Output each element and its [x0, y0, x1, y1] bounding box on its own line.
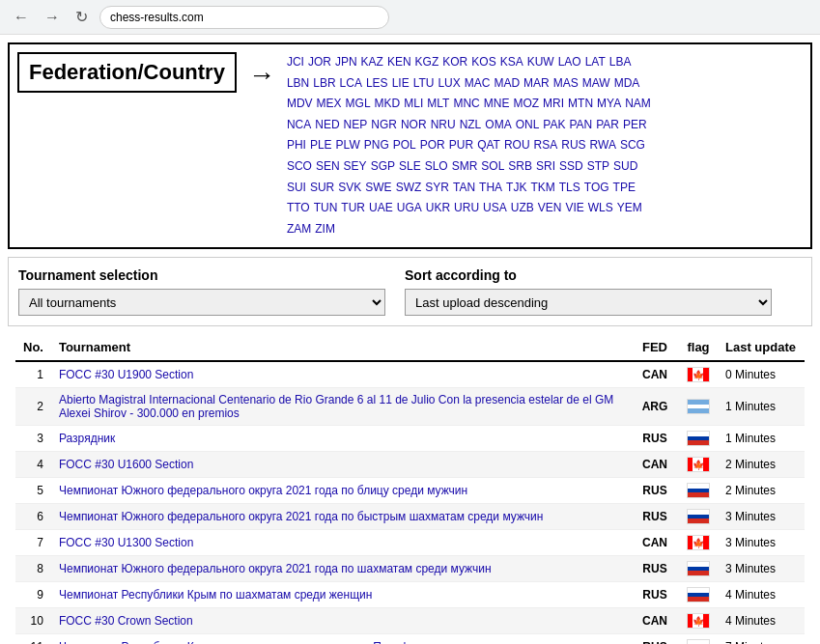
country-link-wls[interactable]: WLS [588, 201, 613, 214]
tournament-link[interactable]: FOCC #30 U1600 Section [59, 458, 193, 471]
tournament-link[interactable]: Чемпионат Южного федерального округа 202… [59, 562, 492, 575]
country-link-mar[interactable]: MAR [523, 76, 550, 90]
country-link-par[interactable]: PAR [596, 118, 619, 131]
country-link-nam[interactable]: NAM [625, 97, 651, 110]
country-link-jor[interactable]: JOR [308, 55, 331, 69]
country-link-png[interactable]: PNG [364, 138, 389, 152]
tournament-selection-select[interactable]: All tournamentsIndividual tournamentsTea… [18, 289, 385, 316]
country-link-smr[interactable]: SMR [452, 159, 478, 173]
tournament-link[interactable]: Чемпионат Республики Крым по шахматам ср… [59, 588, 372, 602]
country-link-mya[interactable]: MYA [597, 97, 621, 110]
country-link-yem[interactable]: YEM [617, 201, 642, 214]
country-link-ken[interactable]: KEN [387, 55, 411, 69]
tournament-link[interactable]: Разрядник [59, 432, 115, 445]
country-link-tpe[interactable]: TPE [613, 181, 636, 194]
country-link-stp[interactable]: STP [587, 159, 609, 173]
country-link-mdv[interactable]: MDV [287, 97, 313, 110]
country-link-sco[interactable]: SCO [287, 159, 312, 173]
country-link-nep[interactable]: NEP [344, 118, 368, 131]
country-link-svk[interactable]: SVK [338, 181, 361, 194]
country-link-sui[interactable]: SUI [287, 181, 306, 194]
country-link-srb[interactable]: SRB [508, 159, 532, 173]
country-link-pol[interactable]: POL [393, 138, 416, 152]
country-link-tjk[interactable]: TJK [506, 181, 526, 194]
country-link-kos[interactable]: KOS [471, 55, 495, 69]
country-link-phi[interactable]: PHI [287, 138, 306, 152]
country-link-lat[interactable]: LAT [585, 55, 606, 69]
country-link-syr[interactable]: SYR [425, 181, 449, 194]
country-link-mkd[interactable]: MKD [375, 97, 401, 110]
country-link-kaz[interactable]: KAZ [361, 55, 383, 69]
tournament-link[interactable]: Чемпионат Южного федерального округа 202… [59, 484, 467, 497]
country-link-sol[interactable]: SOL [481, 159, 504, 173]
country-link-pak[interactable]: PAK [543, 118, 565, 131]
address-bar[interactable] [99, 6, 389, 29]
country-link-sud[interactable]: SUD [613, 159, 637, 173]
tournament-link[interactable]: Чемпионат Республики Крым по шахматам ср… [59, 640, 436, 644]
country-link-mad[interactable]: MAD [494, 76, 520, 90]
country-link-jpn[interactable]: JPN [335, 55, 357, 69]
country-link-slo[interactable]: SLO [425, 159, 448, 173]
country-link-maw[interactable]: MAW [582, 76, 610, 90]
country-link-sey[interactable]: SEY [344, 159, 367, 173]
country-link-rus[interactable]: RUS [561, 138, 585, 152]
country-link-lbn[interactable]: LBN [287, 76, 309, 90]
country-link-tto[interactable]: TTO [287, 201, 310, 214]
back-button[interactable]: ← [10, 7, 33, 28]
refresh-button[interactable]: ↻ [71, 6, 92, 28]
country-link-mda[interactable]: MDA [614, 76, 640, 90]
country-link-tur[interactable]: TUR [341, 201, 365, 214]
country-link-tkm[interactable]: TKM [530, 181, 554, 194]
country-link-ltu[interactable]: LTU [413, 76, 435, 90]
country-link-swe[interactable]: SWE [365, 181, 391, 194]
country-link-sur[interactable]: SUR [310, 181, 334, 194]
country-link-kgz[interactable]: KGZ [415, 55, 439, 69]
forward-button[interactable]: → [41, 7, 64, 28]
country-link-mri[interactable]: MRI [543, 97, 564, 110]
country-link-lba[interactable]: LBA [609, 55, 632, 69]
tournament-link[interactable]: FOCC #30 U1300 Section [59, 536, 193, 549]
country-link-sri[interactable]: SRI [536, 159, 555, 173]
country-link-usa[interactable]: USA [483, 201, 507, 214]
country-link-mex[interactable]: MEX [317, 97, 342, 110]
country-link-mlt[interactable]: MLT [427, 97, 449, 110]
country-link-tog[interactable]: TOG [584, 181, 609, 194]
country-link-lbr[interactable]: LBR [313, 76, 335, 90]
country-link-tls[interactable]: TLS [559, 181, 580, 194]
country-link-les[interactable]: LES [366, 76, 388, 90]
country-link-rwa[interactable]: RWA [590, 138, 616, 152]
country-link-nca[interactable]: NCA [287, 118, 311, 131]
country-link-oma[interactable]: OMA [485, 118, 511, 131]
country-link-lie[interactable]: LIE [392, 76, 410, 90]
country-link-ned[interactable]: NED [315, 118, 339, 131]
country-link-tun[interactable]: TUN [314, 201, 338, 214]
country-link-nru[interactable]: NRU [431, 118, 456, 131]
country-link-rou[interactable]: ROU [504, 138, 530, 152]
tournament-link[interactable]: Чемпионат Южного федерального округа 202… [59, 510, 543, 523]
sort-select[interactable]: Last upload descendingLast upload ascend… [405, 289, 772, 316]
country-link-nzl[interactable]: NZL [460, 118, 482, 131]
country-link-jci[interactable]: JCI [287, 55, 304, 69]
country-link-pan[interactable]: PAN [569, 118, 592, 131]
country-link-mac[interactable]: MAC [465, 76, 491, 90]
country-link-plw[interactable]: PLW [336, 138, 360, 152]
country-link-zim[interactable]: ZIM [315, 222, 335, 236]
country-link-scg[interactable]: SCG [620, 138, 645, 152]
country-link-ukr[interactable]: UKR [426, 201, 450, 214]
country-link-uga[interactable]: UGA [397, 201, 422, 214]
country-link-kuw[interactable]: KUW [527, 55, 554, 69]
country-link-uzb[interactable]: UZB [511, 201, 534, 214]
country-link-mtn[interactable]: MTN [568, 97, 593, 110]
country-link-mli[interactable]: MLI [404, 97, 423, 110]
country-link-mas[interactable]: MAS [553, 76, 579, 90]
country-link-sen[interactable]: SEN [316, 159, 340, 173]
tournament-link[interactable]: FOCC #30 U1900 Section [59, 368, 193, 381]
country-link-lux[interactable]: LUX [438, 76, 460, 90]
country-link-nor[interactable]: NOR [401, 118, 427, 131]
country-link-swz[interactable]: SWZ [396, 181, 422, 194]
country-link-tan[interactable]: TAN [453, 181, 475, 194]
country-link-sle[interactable]: SLE [399, 159, 421, 173]
country-link-qat[interactable]: QAT [477, 138, 500, 152]
country-link-tha[interactable]: THA [479, 181, 502, 194]
country-link-ksa[interactable]: KSA [500, 55, 523, 69]
